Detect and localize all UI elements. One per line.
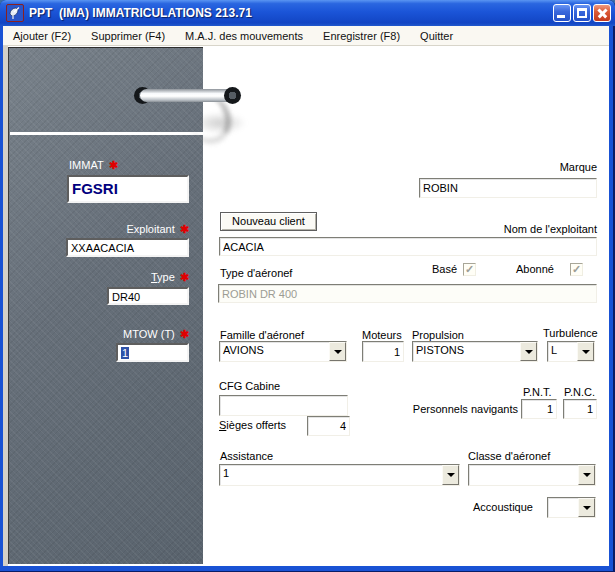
minimize-icon: [557, 15, 565, 18]
menu-item-quitter[interactable]: Quitter: [410, 28, 463, 44]
turbulence-label: Turbulence: [543, 327, 598, 339]
nom-exploitant-input[interactable]: [219, 237, 597, 256]
famille-label: Famille d'aéronef: [220, 329, 304, 341]
nouveau-client-button[interactable]: Nouveau client: [220, 212, 317, 231]
mtow-input[interactable]: 1: [116, 343, 189, 362]
type-aeronef-label: Type d'aéronef: [220, 267, 292, 279]
sieges-offerts-label: Sièges offerts: [219, 419, 286, 431]
personnels-navigants-label: Personnels navigants: [383, 403, 518, 415]
menubar: Ajouter (F2) Supprimer (F4) M.A.J. des m…: [3, 26, 609, 46]
mtow-label: MTOW (T)✱: [64, 328, 189, 341]
chevron-down-icon[interactable]: [520, 342, 537, 361]
marque-input[interactable]: [419, 178, 597, 198]
required-marker-icon: ✱: [180, 223, 189, 235]
turbulence-select[interactable]: L: [547, 341, 595, 362]
nom-exploitant-label: Nom de l'exploitant: [403, 223, 597, 235]
base-label: Basé: [432, 263, 457, 275]
satellite-dish-icon: [6, 4, 24, 22]
type-aeronef-input: [218, 284, 597, 303]
sieges-offerts-input[interactable]: [307, 416, 350, 436]
type-input[interactable]: DR40: [107, 287, 189, 305]
exploitant-label: Exploitant✱: [64, 223, 189, 236]
menu-item-enregistrer[interactable]: Enregistrer (F8): [313, 28, 410, 44]
binder-hole-icon: [224, 87, 241, 104]
immat-label: IMMAT✱: [69, 159, 118, 172]
panel-divider-line: [10, 132, 203, 135]
left-panel: IMMAT✱ FGSRI Exploitant✱ XXAACACIA Type✱…: [8, 47, 203, 564]
chevron-down-icon[interactable]: [578, 465, 595, 485]
menu-item-ajouter[interactable]: Ajouter (F2): [3, 28, 81, 44]
menu-item-supprimer[interactable]: Supprimer (F4): [81, 28, 175, 44]
famille-select[interactable]: AVIONS: [219, 341, 347, 362]
titlebar[interactable]: PPT (IMA) IMMATRICULATIONS 213.71: [0, 0, 615, 26]
selected-text: 1: [121, 347, 129, 359]
maximize-icon: [577, 8, 587, 18]
pnt-input[interactable]: [521, 399, 557, 419]
propulsion-label: Propulsion: [412, 329, 464, 341]
base-checkbox[interactable]: ✓: [463, 263, 476, 276]
chevron-down-icon[interactable]: [577, 342, 594, 361]
classe-label: Classe d'aéronef: [468, 450, 550, 462]
chevron-down-icon[interactable]: [329, 342, 346, 361]
cfg-cabine-label: CFG Cabine: [219, 380, 280, 392]
pnt-label: P.N.T.: [523, 386, 552, 398]
assistance-label: Assistance: [220, 450, 273, 462]
minimize-button[interactable]: [553, 4, 571, 22]
moteurs-input[interactable]: [362, 341, 404, 362]
required-marker-icon: ✱: [109, 159, 118, 171]
close-button[interactable]: [593, 4, 611, 22]
required-marker-icon: ✱: [180, 271, 189, 283]
pnc-label: P.N.C.: [564, 386, 595, 398]
chevron-down-icon[interactable]: [442, 465, 459, 485]
pnc-input[interactable]: [563, 399, 597, 419]
marque-label: Marque: [403, 161, 597, 173]
assistance-select[interactable]: 1: [219, 464, 460, 486]
immat-input[interactable]: FGSRI: [67, 175, 189, 203]
abonne-label: Abonné: [516, 263, 554, 275]
type-label: Type✱: [64, 271, 189, 284]
maximize-button[interactable]: [573, 4, 591, 22]
propulsion-select[interactable]: PISTONS: [412, 341, 538, 362]
app-window: PPT (IMA) IMMATRICULATIONS 213.71 Ajoute…: [0, 0, 615, 572]
chevron-down-icon[interactable]: [578, 498, 595, 517]
required-marker-icon: ✱: [180, 328, 189, 340]
menu-item-maj-mouvements[interactable]: M.A.J. des mouvements: [175, 28, 313, 44]
moteurs-label: Moteurs: [362, 329, 402, 341]
content-area: IMMAT✱ FGSRI Exploitant✱ XXAACACIA Type✱…: [3, 46, 609, 566]
window-title: PPT (IMA) IMMATRICULATIONS 213.71: [29, 6, 252, 20]
accoustique-select[interactable]: [547, 497, 596, 518]
ring-shadow: [201, 112, 247, 134]
cfg-cabine-input[interactable]: [219, 395, 348, 416]
abonne-checkbox[interactable]: ✓: [570, 263, 583, 276]
accoustique-label: Accoustique: [473, 501, 533, 513]
classe-select[interactable]: [468, 464, 596, 486]
exploitant-input[interactable]: XXAACACIA: [66, 238, 189, 257]
